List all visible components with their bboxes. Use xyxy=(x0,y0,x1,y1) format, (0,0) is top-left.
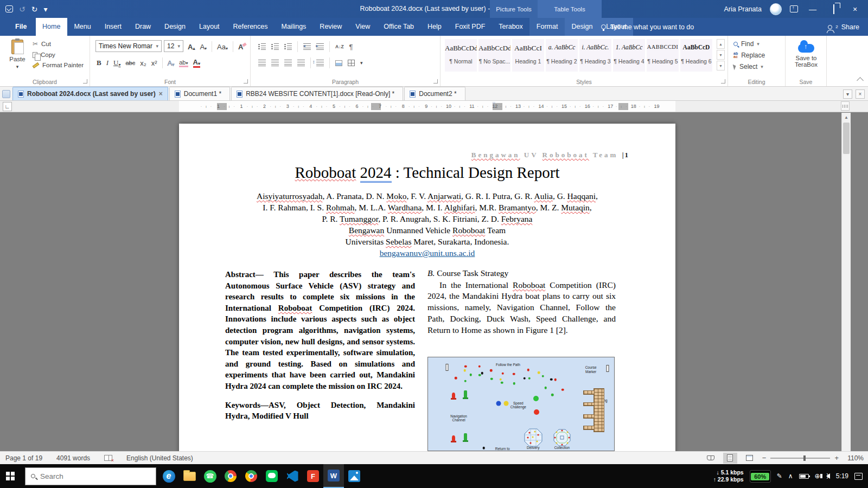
minimize-button[interactable]: — xyxy=(806,5,819,14)
tabbar-close-icon[interactable]: × xyxy=(856,89,865,99)
copy-button[interactable]: Copy xyxy=(33,52,84,58)
decrease-indent-icon[interactable] xyxy=(303,43,311,50)
vscode-button[interactable] xyxy=(282,464,303,488)
clear-formatting-button[interactable]: A xyxy=(238,43,243,51)
collapse-ribbon-icon[interactable] xyxy=(857,77,864,84)
align-right-icon[interactable] xyxy=(284,60,292,66)
volume-icon[interactable] xyxy=(826,473,830,479)
subscript-button[interactable]: x₂ xyxy=(140,59,146,67)
search-input[interactable] xyxy=(40,472,150,480)
grow-font-button[interactable]: A▴ xyxy=(188,43,195,51)
save-to-terabox-button[interactable]: Save toTeraBox xyxy=(789,40,824,80)
user-name[interactable]: Aria Pranata xyxy=(724,5,762,13)
sort-icon[interactable]: A↓Z xyxy=(335,44,344,49)
vertical-scrollbar[interactable]: ▲ xyxy=(841,113,851,451)
style-item[interactable]: 1. AaBbCc ¶ Heading 4 xyxy=(613,39,645,72)
show-paragraph-marks-icon[interactable]: ¶ xyxy=(349,43,353,51)
email-link[interactable]: bengawanuv@unit.uns.ac.id xyxy=(380,248,475,258)
line-app-button[interactable] xyxy=(261,464,282,488)
scrollbar-thumb[interactable] xyxy=(843,123,850,154)
styles-more-icon[interactable]: ▼ xyxy=(717,61,725,70)
pen-icon[interactable]: ✎ xyxy=(777,472,782,480)
close-button[interactable]: × xyxy=(848,5,861,14)
numbering-icon[interactable] xyxy=(271,43,279,50)
ribbon-tab[interactable]: Menu xyxy=(67,18,98,36)
styles-dialog-launcher[interactable] xyxy=(721,79,725,84)
bullets-icon[interactable] xyxy=(258,43,266,50)
language-status[interactable]: English (United States) xyxy=(126,454,193,462)
action-center-icon[interactable] xyxy=(854,473,863,480)
style-item[interactable]: AaBbCcI Heading 1 xyxy=(512,39,544,72)
ribbon-tab[interactable]: References xyxy=(226,18,275,36)
align-left-icon[interactable] xyxy=(258,60,266,66)
ruler-toggle-icon[interactable] xyxy=(841,101,850,111)
clipboard-dialog-launcher[interactable] xyxy=(83,79,87,84)
file-explorer-button[interactable] xyxy=(179,464,200,488)
text-effects-button[interactable]: A▾ xyxy=(168,59,175,67)
ribbon-tab[interactable]: Office Tab xyxy=(377,18,421,36)
replace-button[interactable]: abacReplace xyxy=(733,52,765,59)
ribbon-tab[interactable]: View xyxy=(349,18,377,36)
line-spacing-icon[interactable] xyxy=(316,60,324,66)
start-button[interactable] xyxy=(0,464,25,488)
style-item[interactable]: AaBbCcD ¶ Heading 6 xyxy=(680,39,712,72)
styles-scroll-up-icon[interactable]: ▲ xyxy=(717,39,725,49)
web-layout-button[interactable] xyxy=(743,453,757,464)
ribbon-tab[interactable]: Draw xyxy=(128,18,157,36)
print-layout-button[interactable] xyxy=(723,453,737,464)
ribbon-tab[interactable]: Design xyxy=(158,18,193,36)
ribbon-tab[interactable]: Mailings xyxy=(275,18,313,36)
justify-icon[interactable] xyxy=(297,60,305,66)
zoom-in-icon[interactable]: + xyxy=(834,454,839,462)
battery-icon[interactable] xyxy=(799,474,809,479)
italic-button[interactable]: I xyxy=(106,59,108,67)
edge-app-button[interactable]: e xyxy=(158,464,179,488)
font-color-button[interactable]: A▾ xyxy=(193,58,200,68)
proofing-icon[interactable] xyxy=(104,455,112,461)
borders-icon[interactable] xyxy=(348,60,355,66)
align-center-icon[interactable] xyxy=(271,60,279,66)
page[interactable]: Bengawan UV Roboboat Team |1 Roboboat 20… xyxy=(179,124,675,451)
chrome-button[interactable] xyxy=(220,464,241,488)
scroll-up-icon[interactable]: ▲ xyxy=(842,113,851,121)
font-size-select[interactable]: 12▾ xyxy=(164,40,183,52)
paragraph-dialog-launcher[interactable] xyxy=(433,79,438,84)
word-app-button[interactable]: W xyxy=(323,464,344,488)
ribbon-tab[interactable]: Foxit PDF xyxy=(448,18,492,36)
clock[interactable]: 5:19 xyxy=(836,472,848,480)
document-tab[interactable]: RBB24 WEBSITE CONTENT[1].docx [Read-Only… xyxy=(231,87,403,100)
pdf-reader-button[interactable]: F xyxy=(303,464,323,488)
style-item[interactable]: AaBbCcDd ¶ Normal xyxy=(445,39,477,72)
zoom-level[interactable]: 110% xyxy=(844,454,864,462)
paste-button[interactable]: Paste ▾ xyxy=(4,40,30,78)
read-mode-button[interactable] xyxy=(704,453,718,464)
increase-indent-icon[interactable] xyxy=(316,43,324,50)
highlight-button[interactable]: ab▾ xyxy=(179,59,188,67)
redo-icon[interactable]: ↻ xyxy=(31,5,38,14)
ribbon-tab[interactable]: Home xyxy=(36,18,67,36)
zoom-slider-thumb[interactable] xyxy=(803,455,806,461)
style-item[interactable]: AABBCCDI ¶ Heading 5 xyxy=(647,39,679,72)
taskbar-search[interactable] xyxy=(25,467,156,485)
course-map-figure[interactable]: Follow the PathCourse MarkerDockingSpeed… xyxy=(427,357,615,451)
close-tab-icon[interactable]: × xyxy=(159,90,163,98)
horizontal-ruler[interactable]: 112345678910111213141516171819 ∟ ▽△ xyxy=(0,101,868,112)
photos-app-button[interactable] xyxy=(344,464,365,488)
word-count[interactable]: 4091 words xyxy=(56,454,90,462)
bold-button[interactable]: B xyxy=(97,59,101,67)
ribbon-tab[interactable]: Help xyxy=(421,18,449,36)
borders-dropdown-icon[interactable]: ▾ xyxy=(360,60,363,66)
document-tab[interactable]: Roboboat 2024.docx (Last saved by user) … xyxy=(12,87,168,100)
document-tab[interactable]: Document1 * xyxy=(169,87,230,100)
shrink-font-button[interactable]: A▾ xyxy=(200,43,207,51)
superscript-button[interactable]: x² xyxy=(151,59,157,67)
ribbon-tab[interactable]: Insert xyxy=(98,18,128,36)
document-tab[interactable]: Document2 * xyxy=(404,87,465,100)
avatar[interactable] xyxy=(770,3,782,15)
ribbon-tab[interactable]: File xyxy=(7,18,36,36)
paste-dropdown-icon[interactable]: ▾ xyxy=(16,64,19,69)
browser-button[interactable] xyxy=(241,464,261,488)
whatsapp-button[interactable]: ☎ xyxy=(200,464,220,488)
network-speed-widget[interactable]: ↓ 5.1 kbps ↑ 22.9 kbps xyxy=(713,469,744,483)
style-item[interactable]: AaBbCcDd ¶ No Spac... xyxy=(478,39,510,72)
